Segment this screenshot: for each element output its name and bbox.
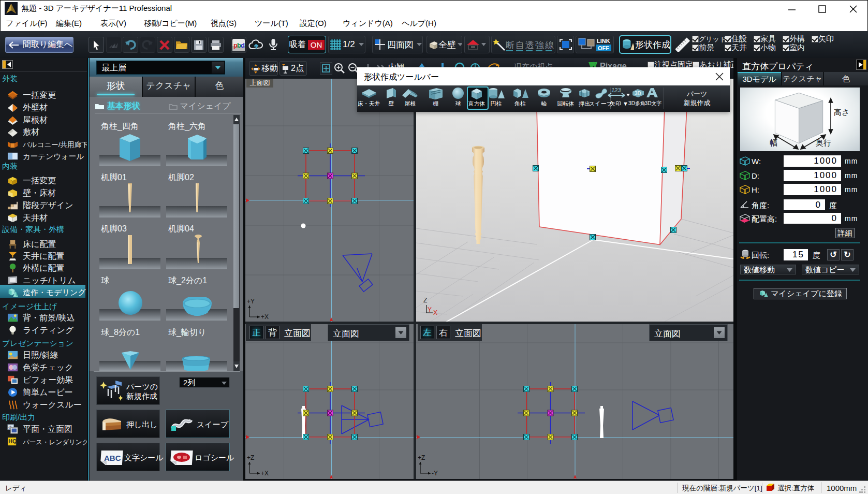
svg-text:X: X <box>433 309 437 316</box>
svg-text:3D: 3D <box>635 91 641 96</box>
svg-text:+Y: +Y <box>247 298 255 305</box>
svg-text:LINK: LINK <box>597 38 610 44</box>
svg-text:+Z: +Z <box>247 454 254 461</box>
svg-text:+X: +X <box>261 313 269 321</box>
svg-text:OFF: OFF <box>598 45 609 51</box>
svg-text:高さ: 高さ <box>834 108 849 117</box>
svg-text:HQ: HQ <box>8 438 17 444</box>
svg-text:幅: 幅 <box>770 138 777 147</box>
svg-text:+Z: +Z <box>418 454 425 461</box>
svg-text:123: 123 <box>611 87 621 93</box>
svg-text:-Y: -Y <box>432 470 438 477</box>
svg-text:Z: Z <box>423 297 427 304</box>
svg-text:Y: Y <box>428 306 432 313</box>
svg-text:+X: +X <box>261 470 269 477</box>
svg-text:d: d <box>241 41 245 49</box>
svg-text:奥行: 奥行 <box>816 138 831 147</box>
svg-text:ABC: ABC <box>104 454 121 462</box>
